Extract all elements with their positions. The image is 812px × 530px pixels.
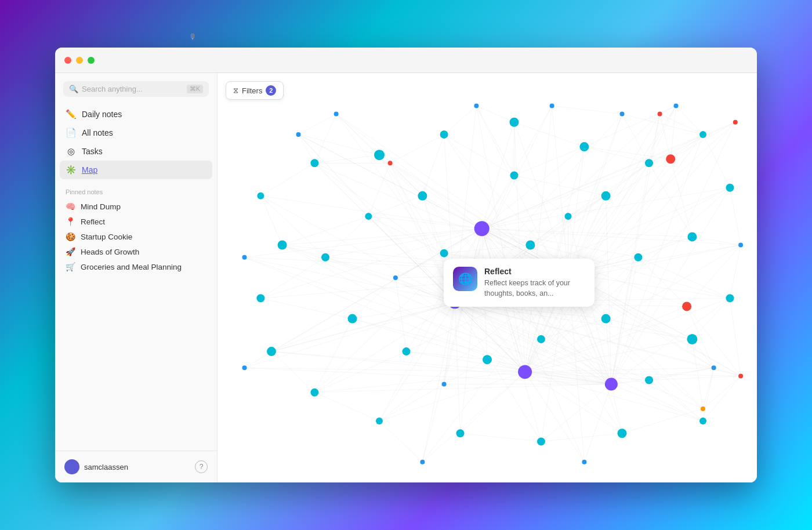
startup-cookie-label: Startup Cookie [81,233,132,241]
tooltip-content: Reflect Reflect keeps track of your thou… [484,267,585,299]
pinned-item-reflect[interactable]: 📍 Reflect [66,214,206,229]
mind-dump-label: Mind Dump [81,202,121,211]
pinned-item-mind-dump[interactable]: 🧠 Mind Dump [66,199,206,214]
search-icon: 🔍 [69,85,78,93]
sidebar-item-map[interactable]: ✳️ Map [60,161,212,179]
all-notes-icon: 📄 [66,128,76,138]
nav-section: ✏️ Daily notes 📄 All notes ◎ Tasks ✳️ Ma… [55,103,217,181]
filters-bar[interactable]: ⧖ Filters 2 [226,81,284,100]
daily-notes-icon: ✏️ [66,109,76,119]
tooltip-card: 🌐 Reflect Reflect keeps track of your th… [444,259,594,307]
help-icon-label: ? [200,463,204,471]
tooltip-description: Reflect keeps track of your thoughts, bo… [484,278,585,299]
search-bar[interactable]: 🔍 Search anything... ⌘K [63,81,209,97]
maximize-button[interactable] [88,57,95,64]
sidebar-item-all-notes[interactable]: 📄 All notes [60,124,212,142]
daily-notes-label: Daily notes [82,110,122,119]
search-placeholder: Search anything... [82,85,183,93]
map-area[interactable]: ⧖ Filters 2 🌐 Reflect Reflect keeps trac… [217,73,757,482]
help-button[interactable]: ? [195,460,208,473]
tooltip-app-icon: 🌐 [453,267,477,291]
filters-count: 2 [266,85,276,96]
filter-icon: ⧖ [233,86,238,95]
pinned-item-startup-cookie[interactable]: 🍪 Startup Cookie [66,229,206,244]
reflect-emoji: 📍 [66,217,76,226]
app-window: 🔍 Search anything... ⌘K 🎙 ✏️ Daily notes… [55,48,757,482]
sidebar-item-daily-notes[interactable]: ✏️ Daily notes [60,105,212,124]
filters-label: Filters [242,86,262,95]
pinned-section-label: Pinned notes [66,188,206,195]
close-button[interactable] [64,57,71,64]
user-info[interactable]: samclaassen [64,459,128,474]
username: samclaassen [84,463,128,471]
avatar [64,459,79,474]
startup-cookie-emoji: 🍪 [66,232,76,241]
all-notes-label: All notes [82,128,113,137]
main-content: 🔍 Search anything... ⌘K 🎙 ✏️ Daily notes… [55,73,757,482]
titlebar [55,48,757,73]
tasks-icon: ◎ [66,146,76,157]
tooltip-title: Reflect [484,267,585,276]
pinned-item-heads-of-growth[interactable]: 🚀 Heads of Growth [66,244,206,259]
reflect-label: Reflect [81,217,105,226]
search-shortcut: ⌘K [187,85,203,93]
tasks-label: Tasks [82,147,103,156]
heads-of-growth-emoji: 🚀 [66,247,76,256]
map-label: Map [82,165,97,175]
sidebar-item-tasks[interactable]: ◎ Tasks [60,142,212,161]
pinned-item-groceries[interactable]: 🛒 Groceries and Meal Planning [66,259,206,274]
heads-of-growth-label: Heads of Growth [81,248,139,256]
mind-dump-emoji: 🧠 [66,202,76,211]
tooltip-icon-emoji: 🌐 [458,272,473,286]
groceries-label: Groceries and Meal Planning [81,263,182,271]
minimize-button[interactable] [76,57,83,64]
pinned-section: Pinned notes 🧠 Mind Dump 📍 Reflect 🍪 Sta… [55,181,217,278]
sidebar: 🔍 Search anything... ⌘K 🎙 ✏️ Daily notes… [55,73,217,482]
groceries-emoji: 🛒 [66,262,76,271]
sidebar-footer: samclaassen ? [55,451,217,482]
map-icon: ✳️ [66,165,76,175]
